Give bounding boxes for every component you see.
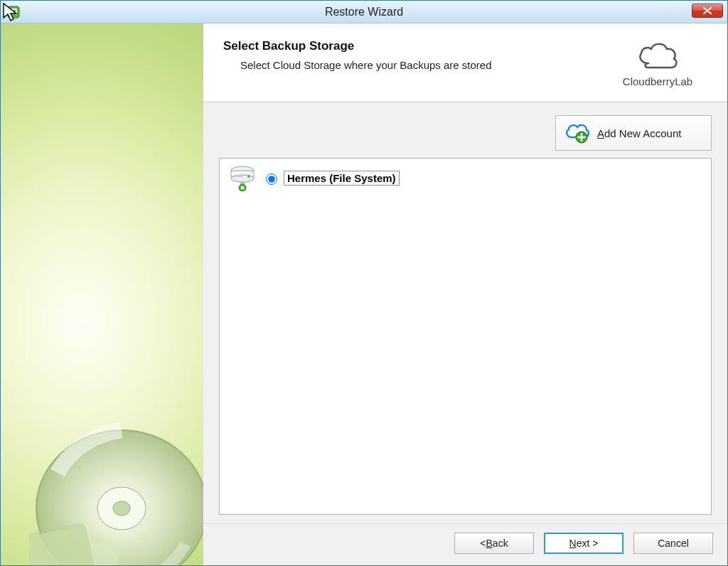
storage-radio-hermes[interactable] bbox=[266, 173, 277, 185]
header-text: Select Backup Storage Select Cloud Stora… bbox=[223, 39, 608, 71]
svg-point-4 bbox=[113, 501, 130, 516]
brand-name: CloudberryLab bbox=[608, 75, 707, 87]
svg-rect-15 bbox=[241, 186, 244, 189]
app-icon bbox=[6, 5, 21, 19]
titlebar: Restore Wizard bbox=[1, 1, 727, 23]
svg-rect-11 bbox=[233, 175, 243, 177]
wizard-footer: < Back Next > Cancel bbox=[203, 523, 727, 565]
cancel-button[interactable]: Cancel bbox=[633, 533, 713, 554]
brand-block: CloudberryLab bbox=[608, 39, 707, 87]
svg-rect-0 bbox=[8, 6, 19, 18]
window-title: Restore Wizard bbox=[1, 6, 727, 18]
middle-area: Add New Account bbox=[203, 102, 727, 523]
next-button[interactable]: Next > bbox=[544, 533, 623, 554]
storage-label-hermes[interactable]: Hermes (File System) bbox=[284, 171, 400, 186]
cd-illustration bbox=[29, 409, 203, 565]
cloud-logo-icon bbox=[636, 39, 680, 72]
svg-point-12 bbox=[247, 175, 250, 178]
page-subtitle: Select Cloud Storage where your Backups … bbox=[240, 59, 608, 71]
body: Select Backup Storage Select Cloud Stora… bbox=[1, 23, 727, 565]
add-account-row: Add New Account bbox=[219, 115, 712, 151]
storage-item-hermes[interactable]: Hermes (File System) bbox=[227, 164, 704, 191]
wizard-sidebar bbox=[1, 23, 203, 565]
close-button[interactable] bbox=[692, 4, 723, 18]
back-button[interactable]: < Back bbox=[454, 533, 534, 554]
drive-network-icon bbox=[227, 164, 258, 191]
page-title: Select Backup Storage bbox=[223, 39, 608, 53]
restore-wizard-window: Restore Wizard bbox=[0, 0, 728, 566]
header-panel: Select Backup Storage Select Cloud Stora… bbox=[203, 23, 727, 102]
wizard-content: Select Backup Storage Select Cloud Stora… bbox=[203, 23, 727, 565]
cloud-add-icon bbox=[563, 122, 590, 144]
add-account-label: Add New Account bbox=[597, 127, 681, 139]
storage-list[interactable]: Hermes (File System) bbox=[219, 158, 712, 515]
add-new-account-button[interactable]: Add New Account bbox=[555, 115, 712, 151]
